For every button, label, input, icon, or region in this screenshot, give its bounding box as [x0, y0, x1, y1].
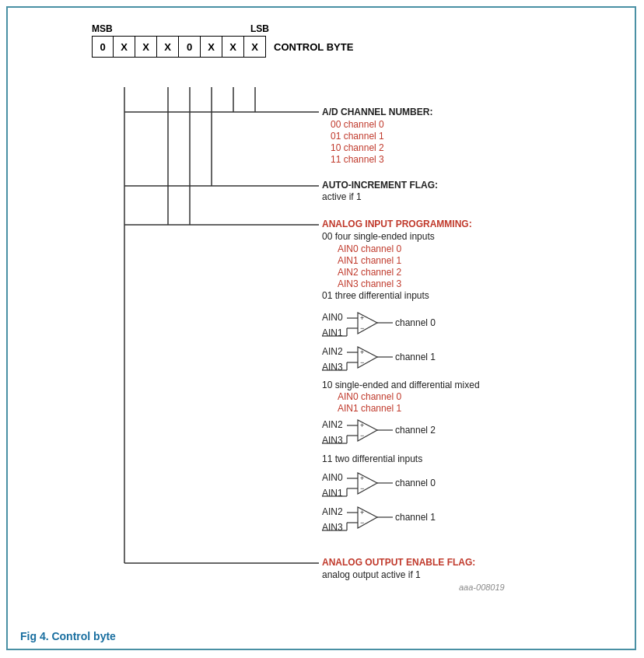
- svg-text:−: −: [360, 359, 364, 366]
- svg-text:active if 1: active if 1: [322, 191, 362, 202]
- svg-text:analog output active if 1: analog output active if 1: [322, 569, 421, 580]
- svg-text:channel 1: channel 1: [395, 352, 436, 362]
- svg-text:channel 1: channel 1: [395, 512, 436, 523]
- bit-1: X: [114, 36, 135, 58]
- svg-text:11  channel 3: 11 channel 3: [331, 154, 384, 165]
- svg-text:AUTO-INCREMENT FLAG:: AUTO-INCREMENT FLAG:: [322, 180, 438, 191]
- outer-border: MSB LSB 0 X X X 0 X X X CONTROL BYTE: [6, 6, 636, 650]
- svg-text:AIN0: AIN0: [322, 312, 343, 323]
- svg-text:−: −: [360, 432, 364, 439]
- svg-text:AIN3: AIN3: [322, 362, 343, 373]
- svg-text:AIN2: AIN2: [322, 506, 343, 517]
- bit-4: 0: [179, 36, 201, 58]
- fig-title: Control byte: [51, 630, 115, 642]
- svg-text:−: −: [360, 324, 364, 332]
- svg-text:AIN1  channel 1: AIN1 channel 1: [338, 255, 401, 266]
- content-area: MSB LSB 0 X X X 0 X X X CONTROL BYTE: [8, 8, 635, 641]
- svg-text:01  three differential inputs: 01 three differential inputs: [322, 290, 429, 301]
- bit-3: X: [157, 36, 179, 58]
- bit-5: X: [201, 36, 222, 58]
- svg-text:AIN0  channel 0: AIN0 channel 0: [338, 391, 401, 402]
- svg-text:AIN3: AIN3: [322, 522, 343, 533]
- svg-text:channel 0: channel 0: [395, 317, 436, 328]
- svg-text:11  two differential inputs: 11 two differential inputs: [322, 453, 422, 464]
- lsb-label: LSB: [250, 23, 269, 34]
- bit-6: X: [222, 36, 244, 58]
- svg-text:channel 2: channel 2: [395, 425, 436, 436]
- svg-text:A/D CHANNEL NUMBER:: A/D CHANNEL NUMBER:: [322, 107, 432, 117]
- svg-text:+: +: [360, 474, 364, 482]
- fig-label: Fig 4. Control byte: [20, 630, 116, 642]
- control-byte-label: CONTROL BYTE: [274, 41, 353, 53]
- svg-text:ANALOG 
          OUTPUT
     : ANALOG OUTPUT ENABLE FLAG:: [322, 557, 475, 568]
- svg-text:AIN1: AIN1: [322, 488, 343, 499]
- svg-text:00  four single-ended inputs: 00 four single-ended inputs: [322, 231, 435, 242]
- svg-text:AIN1  channel 1: AIN1 channel 1: [338, 403, 401, 414]
- bit-0: 0: [92, 36, 114, 58]
- svg-text:AIN0: AIN0: [322, 472, 343, 483]
- svg-text:00  channel 0: 00 channel 0: [331, 119, 384, 130]
- svg-text:AIN2: AIN2: [322, 419, 343, 430]
- svg-text:+: +: [360, 348, 364, 356]
- svg-text:aaa-008019: aaa-008019: [459, 583, 505, 592]
- svg-text:AIN0  channel 0: AIN0 channel 0: [338, 243, 401, 254]
- msb-label: MSB: [92, 23, 113, 34]
- svg-text:channel 0: channel 0: [395, 478, 436, 488]
- svg-text:AIN2  channel 2: AIN2 channel 2: [338, 267, 401, 278]
- diagram-area: A/D CHANNEL NUMBER: 00 channel 0 01 chan…: [23, 58, 630, 633]
- svg-text:−: −: [360, 485, 364, 492]
- svg-text:+: +: [360, 422, 364, 429]
- svg-text:AIN3  channel 3: AIN3 channel 3: [338, 278, 401, 289]
- svg-text:ANALOG INPUT PROGRAMMING:: ANALOG INPUT PROGRAMMING:: [322, 219, 472, 229]
- svg-text:−: −: [360, 519, 364, 527]
- svg-text:AIN3: AIN3: [322, 435, 343, 446]
- svg-text:01  channel 1: 01 channel 1: [331, 131, 384, 142]
- svg-text:10  channel 2: 10 channel 2: [331, 142, 384, 153]
- svg-text:+: +: [360, 509, 364, 516]
- fig-number: Fig 4.: [20, 630, 49, 642]
- bit-7: X: [244, 36, 266, 58]
- svg-text:AIN2: AIN2: [322, 346, 343, 357]
- svg-text:AIN1: AIN1: [322, 327, 343, 338]
- svg-text:+: +: [360, 314, 364, 322]
- diagram-svg: A/D CHANNEL NUMBER: 00 channel 0 01 chan…: [23, 58, 630, 633]
- bit-2: X: [135, 36, 157, 58]
- svg-text:10  single-ended and different: 10 single-ended and differential mixed: [322, 380, 480, 390]
